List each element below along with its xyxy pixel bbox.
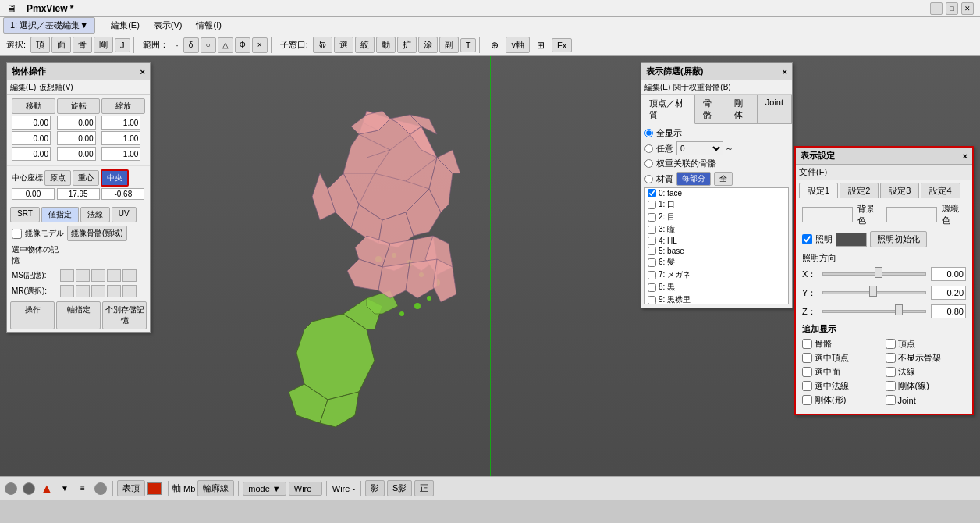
status-icon-5[interactable]: ≡: [75, 481, 91, 496]
toolbar-shape-phi[interactable]: Φ: [235, 37, 250, 53]
ds-tab-2[interactable]: 設定2: [840, 183, 879, 198]
ms-btn-1[interactable]: [60, 269, 74, 282]
ms-btn-5[interactable]: [123, 269, 137, 282]
material-item-3[interactable]: 3: 瞳: [645, 223, 788, 236]
btn-move[interactable]: 移動: [12, 98, 55, 114]
filter-radio-weight-bone[interactable]: [644, 159, 653, 168]
btn-center-of-mass[interactable]: 重心: [73, 170, 99, 186]
menu-mode-selector[interactable]: 1: 選択／基礎編集▼: [3, 17, 95, 34]
close-button[interactable]: ✕: [961, 2, 974, 15]
toolbar-vertex-btn[interactable]: 頂: [30, 37, 50, 53]
menu-info[interactable]: 情報(I): [190, 18, 227, 33]
chk-vertex[interactable]: [886, 339, 896, 349]
toolbar-t-btn[interactable]: T: [460, 38, 477, 52]
toolbar-move-btn[interactable]: 動: [376, 37, 396, 53]
coord-y2[interactable]: [57, 131, 96, 145]
ds-y-slider-thumb[interactable]: [869, 286, 877, 297]
coord-z3[interactable]: [101, 147, 140, 161]
panel-menu-edit[interactable]: 編集(E): [10, 82, 36, 93]
toolbar-j-btn[interactable]: J: [115, 38, 130, 52]
material-item-1[interactable]: 1: 口: [645, 198, 788, 211]
toolbar-select-btn[interactable]: 選: [334, 37, 353, 53]
filter-tab-bone[interactable]: 骨骼: [695, 95, 726, 123]
ds-z-value[interactable]: [931, 304, 966, 318]
ds-lighting-init-btn[interactable]: 照明初始化: [870, 231, 927, 247]
material-item-7[interactable]: 7: メガネ: [645, 269, 788, 281]
chk-normal[interactable]: [886, 367, 896, 377]
btn-mirror-bone[interactable]: 鏡像骨骼(頸域): [67, 226, 127, 241]
material-chk-3[interactable]: [648, 226, 656, 234]
ds-tab-3[interactable]: 設定3: [880, 183, 919, 198]
ds-tab-1[interactable]: 設定1: [799, 183, 838, 198]
chk-bone[interactable]: [802, 339, 812, 349]
material-item-0[interactable]: 0: face: [645, 188, 788, 198]
status-icon-2[interactable]: [21, 481, 37, 496]
ds-lighting-color[interactable]: [836, 233, 867, 247]
ds-z-slider-thumb[interactable]: [895, 304, 903, 315]
toolbar-cross[interactable]: ×: [252, 37, 268, 53]
filter-menu-edit[interactable]: 編集(E): [644, 82, 670, 93]
toolbar-fx-btn[interactable]: Fx: [552, 38, 572, 52]
coord-y3[interactable]: [57, 147, 96, 161]
status-icon-1[interactable]: [3, 481, 19, 496]
mr-btn-5[interactable]: [123, 285, 137, 297]
filter-menu-about[interactable]: 関于权重骨骼(B): [673, 82, 730, 93]
coord-z2[interactable]: [101, 131, 140, 145]
ds-y-value[interactable]: [931, 286, 966, 300]
status-icon-4[interactable]: ▼: [57, 481, 73, 496]
chk-lighting[interactable]: [802, 234, 812, 244]
ds-env-color[interactable]: [886, 207, 937, 222]
panel-object-ops-close[interactable]: ×: [140, 67, 145, 76]
status-btn-s-shadow[interactable]: S影: [387, 480, 412, 496]
filter-btn-each-part[interactable]: 每部分: [676, 172, 711, 186]
btn-axis[interactable]: 軸指定: [56, 301, 101, 329]
chk-selected-vertex[interactable]: [802, 353, 812, 363]
status-color-red[interactable]: [147, 482, 162, 495]
coord-x2[interactable]: [12, 131, 51, 145]
material-item-4[interactable]: 4: HL: [645, 236, 788, 246]
menu-display[interactable]: 表示(V): [147, 18, 189, 33]
filter-btn-all[interactable]: 全: [714, 172, 733, 186]
tab-srt[interactable]: SRT: [10, 207, 40, 222]
toolbar-rigid-btn[interactable]: 剛: [94, 37, 113, 53]
chk-selected-face[interactable]: [802, 367, 812, 377]
material-chk-4[interactable]: [648, 237, 656, 245]
tab-value[interactable]: 値指定: [41, 207, 79, 222]
status-btn-mode[interactable]: mode ▼: [243, 482, 286, 496]
toolbar-v-axis-btn[interactable]: v軸: [506, 37, 530, 53]
toolbar-show-btn[interactable]: 显: [313, 37, 332, 53]
ds-x-slider-thumb[interactable]: [875, 267, 882, 278]
filter-radio-material[interactable]: [644, 175, 653, 183]
panel-display-filter-close[interactable]: ×: [783, 67, 787, 76]
coord-x1[interactable]: [12, 116, 51, 130]
minimize-button[interactable]: ─: [930, 2, 943, 15]
material-chk-0[interactable]: [648, 189, 656, 197]
toolbar-paint-btn[interactable]: 涂: [418, 37, 438, 53]
mr-btn-1[interactable]: [60, 285, 74, 297]
ds-menu-file[interactable]: 文件(F): [799, 167, 827, 176]
filter-tab-vertex[interactable]: 頂点／材質: [641, 95, 695, 124]
status-btn-outline[interactable]: 輪廓線: [197, 480, 234, 496]
ms-btn-2[interactable]: [76, 269, 90, 282]
material-item-9[interactable]: 9: 黒襟里: [645, 294, 788, 304]
material-list[interactable]: 0: face1: 口2: 目3: 瞳4: HL5: base6: 髪7: メガ…: [644, 187, 789, 304]
chk-rigid-line[interactable]: [886, 381, 896, 391]
chk-rigid-shape[interactable]: [802, 395, 812, 405]
status-btn-surface[interactable]: 表頂: [117, 480, 145, 496]
ds-x-value[interactable]: [931, 267, 966, 281]
material-chk-8[interactable]: [648, 283, 656, 292]
ds-bg-color[interactable]: [802, 207, 853, 222]
mr-btn-3[interactable]: [91, 285, 105, 297]
material-item-5[interactable]: 5: base: [645, 246, 788, 256]
toolbar-face-btn[interactable]: 面: [51, 37, 71, 53]
status-icon-6[interactable]: [93, 481, 108, 496]
material-chk-1[interactable]: [648, 201, 656, 209]
chk-selected-normal[interactable]: [802, 381, 812, 391]
material-chk-7[interactable]: [648, 271, 656, 279]
toolbar-copy-btn[interactable]: 副: [439, 37, 459, 53]
panel-menu-virtual-axis[interactable]: 仮想軸(V): [39, 82, 73, 93]
coord-y1[interactable]: [57, 116, 96, 130]
ds-x-slider[interactable]: [822, 268, 926, 280]
btn-origin[interactable]: 原点: [44, 170, 71, 186]
material-chk-9[interactable]: [648, 296, 656, 304]
